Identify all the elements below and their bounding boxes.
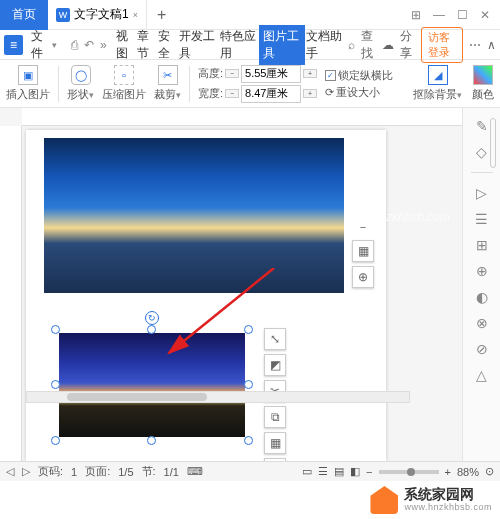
width-minus[interactable]: − (225, 89, 239, 98)
tab-picture-tools[interactable]: 图片工具 (259, 25, 305, 65)
width-input[interactable] (241, 85, 301, 103)
page-nav-prev-icon[interactable]: ◁ (6, 465, 14, 478)
crop-button[interactable]: ✂ 裁剪▾ (154, 65, 181, 102)
document-page[interactable]: − ▦ ⊕ ↻ ⤡ ◩ ✂ ⧉ ▦ ⊕ (26, 130, 386, 461)
qa-more-icon[interactable]: » (100, 38, 107, 52)
rail-tool9-icon[interactable]: △ (476, 367, 487, 383)
height-plus[interactable]: + (303, 69, 317, 78)
page-nav-next-icon[interactable]: ▷ (22, 465, 30, 478)
rail-list-icon[interactable]: ☰ (475, 211, 488, 227)
width-plus[interactable]: + (303, 89, 317, 98)
ribbon-right: ◢ 抠除背景▾ 颜色 (413, 65, 494, 102)
search-label[interactable]: 查找 (361, 28, 376, 62)
height-minus[interactable]: − (225, 69, 239, 78)
watermark-url: www.hnzkhbsb.com (404, 503, 492, 513)
handle-sw[interactable] (51, 436, 60, 445)
tool-crop[interactable]: ◩ (264, 354, 286, 376)
crop-icon: ✂ (158, 65, 178, 85)
collapse-ribbon-icon[interactable]: ∧ (487, 38, 496, 52)
rail-play-icon[interactable]: ▷ (476, 185, 487, 201)
handle-ne[interactable] (244, 325, 253, 334)
status-indicator-icon[interactable]: ⊙ (485, 465, 494, 478)
width-label: 宽度: (198, 86, 223, 101)
watermark-title: 系统家园网 (404, 487, 492, 502)
add-tab-button[interactable]: + (147, 6, 176, 24)
compress-button[interactable]: ▫ 压缩图片 (102, 65, 146, 102)
rail-contrast-icon[interactable]: ◐ (476, 289, 488, 305)
image-sunset-selected[interactable]: ↻ (51, 325, 253, 445)
insert-picture-icon: ▣ (18, 65, 38, 85)
section-value: 1/1 (164, 466, 179, 478)
view-read-icon[interactable]: ▤ (334, 465, 344, 478)
scrollbar-thumb[interactable] (67, 393, 207, 401)
height-label: 高度: (198, 66, 223, 81)
qa-undo-icon[interactable]: ↶ (84, 38, 94, 52)
tab-special[interactable]: 特色应用 (219, 25, 259, 65)
rail-tool7-icon[interactable]: ⊗ (476, 315, 488, 331)
rail-edit-icon[interactable]: ✎ (476, 118, 488, 134)
tab-chapter[interactable]: 章节 (136, 25, 157, 65)
zoom-plus-button[interactable]: + (445, 466, 451, 478)
shape-icon: ◯ (71, 65, 91, 85)
tab-security[interactable]: 安全 (157, 25, 178, 65)
color-button[interactable]: 颜色 (472, 65, 494, 102)
view-web-icon[interactable]: ◧ (350, 465, 360, 478)
maximize-button[interactable]: ☐ (457, 8, 468, 22)
tool-wrap[interactable]: ⤡ (264, 328, 286, 350)
zoom-slider[interactable] (379, 470, 439, 474)
zoom-in-button[interactable]: ⊕ (352, 266, 374, 288)
layout-options-button[interactable]: ▦ (352, 240, 374, 262)
ruler-vertical (0, 126, 22, 461)
image-sky-large[interactable]: − ▦ ⊕ (44, 138, 344, 293)
zoom-knob[interactable] (407, 468, 415, 476)
app-menu-button[interactable]: ≡ (4, 35, 23, 55)
remove-bg-button[interactable]: ◢ 抠除背景▾ (413, 65, 462, 102)
rail-tool8-icon[interactable]: ⊘ (476, 341, 488, 357)
doc-close-icon[interactable]: × (133, 10, 138, 20)
handle-se[interactable] (244, 436, 253, 445)
close-button[interactable]: ✕ (480, 8, 490, 22)
cloud-icon[interactable]: ☁ (382, 38, 394, 52)
watermark-logo-icon (370, 486, 398, 514)
overflow-icon[interactable]: ⋯ (469, 38, 481, 52)
scrollbar-horizontal[interactable] (26, 391, 410, 403)
file-menu[interactable]: 文件▾ (25, 25, 63, 65)
zoom-minus-button[interactable]: − (366, 466, 372, 478)
ime-icon[interactable]: ⌨ (187, 465, 203, 478)
handle-w[interactable] (51, 380, 60, 389)
handle-s[interactable] (147, 436, 156, 445)
lock-ratio-checkbox[interactable]: ✓ (325, 70, 336, 81)
zoom-out-button[interactable]: − (354, 218, 372, 236)
login-button[interactable]: 访客登录 (421, 27, 463, 63)
view-print-icon[interactable]: ▭ (302, 465, 312, 478)
handle-e[interactable] (244, 380, 253, 389)
view-outline-icon[interactable]: ☰ (318, 465, 328, 478)
insert-picture-button[interactable]: ▣ 插入图片 (6, 65, 50, 102)
share-button[interactable]: 分享 (400, 28, 415, 62)
image-sunset[interactable] (59, 333, 245, 437)
qa-save-icon[interactable]: ⎙ (71, 38, 78, 52)
mini-scrollbar[interactable] (490, 118, 496, 168)
tool-grid[interactable]: ▦ (264, 432, 286, 454)
doc-icon: W (56, 8, 70, 22)
rotate-handle[interactable]: ↻ (145, 311, 159, 325)
handle-n[interactable] (147, 325, 156, 334)
search-icon[interactable]: ⌕ (348, 38, 355, 52)
rail-select-icon[interactable]: ◇ (476, 144, 487, 160)
menubar: ≡ 文件▾ ⎙ ↶ » 视图 章节 安全 开发工具 特色应用 图片工具 文档助手… (0, 30, 500, 60)
image1-float-tools: − ▦ ⊕ (352, 218, 374, 288)
tool-copy[interactable]: ⧉ (264, 406, 286, 428)
messages-icon[interactable]: ⊞ (411, 8, 421, 22)
height-input[interactable] (241, 65, 301, 83)
handle-nw[interactable] (51, 325, 60, 334)
tab-view[interactable]: 视图 (115, 25, 136, 65)
reset-size-button[interactable]: ⟳ 重设大小 (325, 85, 393, 100)
rail-grid-icon[interactable]: ⊞ (476, 237, 488, 253)
tab-doc-helper[interactable]: 文档助手 (305, 25, 345, 65)
shape-button[interactable]: ◯ 形状▾ (67, 65, 94, 102)
tab-dev[interactable]: 开发工具 (178, 25, 218, 65)
right-side-rail: ✎ ◇ ▷ ☰ ⊞ ⊕ ◐ ⊗ ⊘ △ (462, 108, 500, 461)
zoom-value[interactable]: 88% (457, 466, 479, 478)
rail-add-icon[interactable]: ⊕ (476, 263, 488, 279)
minimize-button[interactable]: — (433, 8, 445, 22)
